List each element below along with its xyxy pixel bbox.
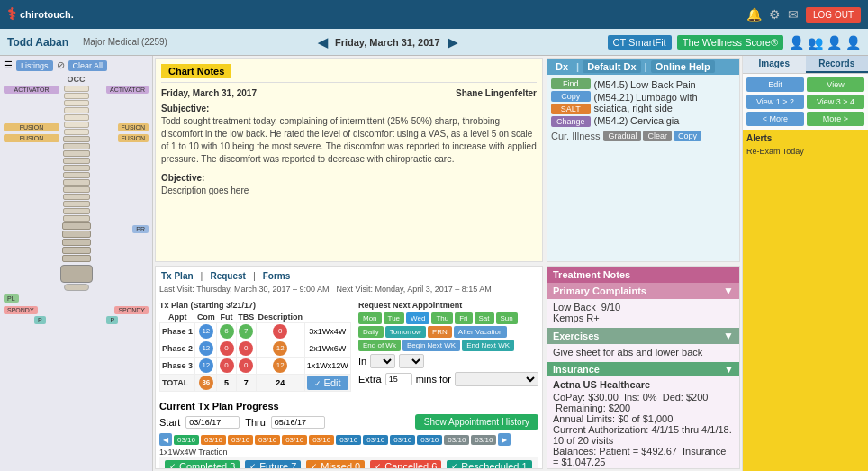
note-author: Shane Lingenfelter: [456, 88, 537, 98]
tomorrow-button[interactable]: Tomorrow: [385, 326, 426, 338]
wellness-score-button[interactable]: The Wellness Score®: [677, 35, 783, 50]
prn-button[interactable]: PRN: [428, 326, 452, 338]
clear-all-button[interactable]: Clear All: [68, 60, 108, 71]
daily-button[interactable]: Daily: [358, 326, 384, 338]
show-history-button[interactable]: Show Appointment History: [415, 414, 538, 430]
user-icon-4[interactable]: 👤: [845, 35, 861, 50]
appt-chip-12[interactable]: 03/16: [471, 435, 496, 445]
end-next-wk-button[interactable]: End Next WK: [462, 340, 514, 351]
envelope-icon[interactable]: ✉: [788, 7, 799, 22]
dx-find-button[interactable]: Find: [551, 78, 591, 89]
p-right-chip[interactable]: P: [106, 316, 118, 324]
dx-copy-button[interactable]: Copy: [551, 91, 591, 102]
records-tab[interactable]: Records: [806, 56, 869, 73]
view-3-4-button[interactable]: View 3 > 4: [807, 95, 864, 109]
appt-chip-11[interactable]: 03/16: [444, 435, 469, 445]
insurance-scroll[interactable]: ▼: [724, 364, 734, 375]
tx-plan-tab[interactable]: Tx Plan: [159, 271, 195, 281]
begin-next-wk-button[interactable]: Begin Next WK: [402, 340, 460, 351]
appt-next-button[interactable]: ▶: [498, 433, 511, 446]
dx-salt-button[interactable]: SALT: [551, 104, 591, 114]
schedule-row-1: Mon Tue Wed Thu Fri Sat Sun: [358, 312, 538, 324]
appt-chip-9[interactable]: 03/16: [390, 435, 415, 445]
gear-icon[interactable]: ⚙: [769, 7, 781, 22]
appt-chip-6[interactable]: 03/16: [309, 435, 334, 445]
mins-for-label: mins for: [416, 374, 451, 385]
edit-button[interactable]: ✓ Edit: [307, 376, 348, 390]
dx-tab-online-help[interactable]: Online Help: [651, 60, 715, 73]
appt-chip-1[interactable]: 03/16: [174, 435, 199, 445]
wed-button[interactable]: Wed: [406, 312, 429, 324]
in-select[interactable]: [370, 354, 395, 368]
thru-date-field[interactable]: [271, 416, 325, 429]
edit-ir-button[interactable]: Edit: [746, 77, 804, 92]
view-ir-button[interactable]: View: [807, 77, 864, 92]
illness-copy-button[interactable]: Copy: [674, 131, 701, 141]
fusion-right-1-chip[interactable]: FUSION: [118, 123, 149, 131]
appt-chip-4[interactable]: 03/16: [255, 435, 280, 445]
exercises-scroll[interactable]: ▼: [723, 330, 734, 342]
fusion-left-1-chip[interactable]: FUSION: [4, 123, 59, 131]
illness-gradual-button[interactable]: Gradual: [603, 131, 641, 141]
tue-button[interactable]: Tue: [384, 312, 405, 324]
dx-tab-default[interactable]: Dx: [551, 60, 573, 73]
exercises-content: Give sheet for abs and lower back: [547, 344, 739, 360]
fusion-right-2-chip[interactable]: FUSION: [118, 134, 149, 142]
appt-chip-5[interactable]: 03/16: [282, 435, 307, 445]
appt-chip-3[interactable]: 03/16: [228, 435, 253, 445]
fut-badge-p3: 0: [239, 358, 253, 373]
illness-controls: Gradual Clear Copy: [603, 131, 701, 141]
listings-button[interactable]: Listings: [16, 60, 53, 71]
user-icon-3[interactable]: 👤: [827, 35, 842, 50]
bell-icon[interactable]: 🔔: [746, 7, 762, 22]
appt-chip-8[interactable]: 03/16: [363, 435, 388, 445]
pl-chip[interactable]: PL: [4, 294, 19, 303]
fusion-left-2-chip[interactable]: FUSION: [4, 134, 59, 142]
request-tab[interactable]: Request: [208, 271, 247, 281]
less-more-button[interactable]: < More: [746, 112, 804, 126]
sat-button[interactable]: Sat: [475, 312, 494, 324]
primary-scroll[interactable]: ▼: [723, 285, 734, 297]
activator-left-chip[interactable]: ACTIVATOR: [4, 86, 59, 94]
sun-button[interactable]: Sun: [496, 312, 518, 324]
spondy-left-chip[interactable]: SPONDY: [4, 306, 38, 314]
spondy-right-chip[interactable]: SPONDY: [114, 306, 149, 314]
logo: ⚕ chirotouch.: [7, 5, 74, 24]
next-date-button[interactable]: ▶: [448, 35, 457, 50]
appt-prev-button[interactable]: ◀: [159, 433, 172, 446]
prev-date-button[interactable]: ◀: [318, 35, 328, 50]
appt-chip-10[interactable]: 03/16: [417, 435, 442, 445]
thu-button[interactable]: Thu: [431, 312, 453, 324]
phase-2-com: 0: [217, 340, 236, 358]
fri-button[interactable]: Fri: [455, 312, 472, 324]
user-icon-1[interactable]: 👤: [789, 35, 804, 50]
user-icon-2[interactable]: 👥: [808, 35, 823, 50]
more-button[interactable]: More >: [807, 112, 864, 126]
illness-clear-button[interactable]: Clear: [643, 131, 672, 141]
view-1-2-button[interactable]: View 1 > 2: [746, 95, 804, 109]
end-of-wk-button[interactable]: End of Wk: [358, 340, 401, 351]
p-left-chip[interactable]: P: [34, 316, 46, 324]
ct-smartfit-button[interactable]: CT SmartFit: [608, 35, 672, 50]
chart-notes-panel: Chart Notes Friday, March 31, 2017 Shane…: [155, 58, 543, 262]
primary-complaints-text: Low Back 9/10: [553, 302, 734, 312]
subjective-text: Todd sought treatment today, complaining…: [161, 115, 537, 166]
images-tab[interactable]: Images: [743, 56, 806, 73]
pr-chip[interactable]: PR: [132, 225, 149, 233]
activator-right-chip[interactable]: ACTIVATOR: [106, 86, 149, 94]
dx-tab-default-dx[interactable]: Default Dx: [583, 60, 640, 73]
appt-chip-7[interactable]: 03/16: [336, 435, 361, 445]
total-com: 5: [217, 375, 236, 392]
in-select-2[interactable]: [399, 354, 424, 368]
header-tools: CT SmartFit The Wellness Score® 👤 👥 👤 👤: [608, 35, 861, 50]
chart-notes-title[interactable]: Chart Notes: [161, 64, 231, 78]
logout-button[interactable]: LOG OUT: [806, 7, 861, 23]
start-date-field[interactable]: [185, 416, 240, 429]
after-vacation-button[interactable]: After Vacation: [454, 326, 508, 338]
extra-input[interactable]: [385, 373, 412, 385]
appt-chip-2[interactable]: 03/16: [201, 435, 226, 445]
dx-change-button[interactable]: Change: [551, 116, 591, 127]
mon-button[interactable]: Mon: [358, 312, 382, 324]
mins-for-select[interactable]: [455, 372, 538, 386]
forms-tab[interactable]: Forms: [261, 271, 293, 281]
